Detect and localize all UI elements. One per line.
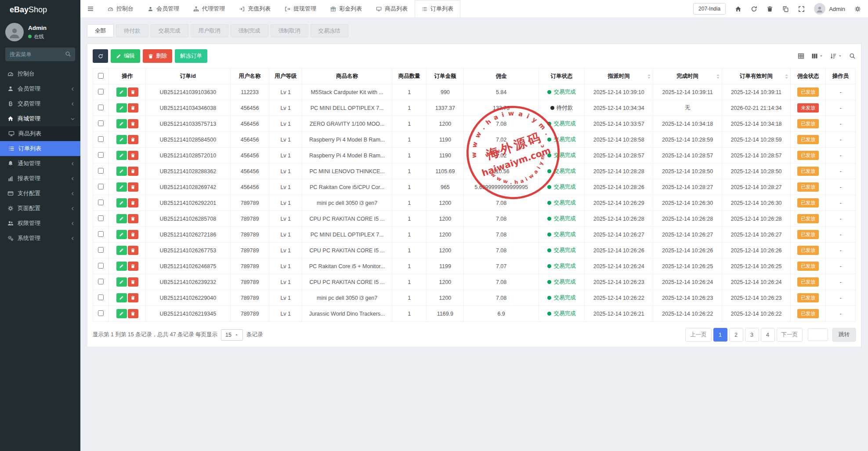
row-delete-button[interactable] [128, 262, 138, 271]
row-checkbox[interactable] [98, 136, 104, 142]
row-delete-button[interactable] [128, 182, 138, 192]
row-edit-button[interactable] [116, 167, 127, 176]
sidebar-item-1[interactable]: 会员管理 [0, 81, 80, 96]
region-button[interactable]: 207-India [693, 3, 726, 15]
row-edit-button[interactable] [116, 135, 127, 144]
row-edit-button[interactable] [116, 309, 127, 318]
topbar-tab-3[interactable]: 充值列表 [232, 0, 278, 18]
row-delete-button[interactable] [128, 246, 138, 255]
row-delete-button[interactable] [128, 119, 138, 128]
row-checkbox[interactable] [98, 105, 104, 110]
filter-tab-2[interactable]: 交易完成 [151, 24, 188, 37]
row-edit-button[interactable] [116, 87, 127, 97]
topbar-tab-4[interactable]: 提现管理 [278, 0, 323, 18]
row-delete-button[interactable] [128, 309, 138, 318]
sidebar-item-6[interactable]: 通知管理 [0, 156, 80, 171]
sidebar-item-10[interactable]: 权限管理 [0, 216, 80, 231]
row-delete-button[interactable] [128, 293, 138, 302]
columns-button[interactable] [811, 53, 823, 59]
select-all-checkbox[interactable] [98, 73, 104, 79]
row-checkbox[interactable] [98, 120, 104, 126]
col-assign-time[interactable]: 指派时间 [585, 69, 653, 84]
row-edit-button[interactable] [116, 119, 127, 128]
row-edit-button[interactable] [116, 182, 127, 192]
home-button[interactable] [735, 6, 741, 12]
row-checkbox[interactable] [98, 200, 104, 205]
sidebar-item-8[interactable]: 支付配置 [0, 186, 80, 201]
filter-tab-6[interactable]: 交易冻结 [311, 24, 348, 37]
filter-tab-5[interactable]: 强制取消 [271, 24, 308, 37]
topbar-tab-7[interactable]: 订单列表 [415, 0, 460, 18]
page-button-3[interactable]: 3 [745, 328, 759, 342]
row-edit-button[interactable] [116, 151, 127, 160]
sidebar-item-2[interactable]: 交易管理 [0, 96, 80, 111]
row-edit-button[interactable] [116, 103, 127, 113]
row-checkbox[interactable] [98, 89, 104, 95]
delete-button[interactable]: 删除 [143, 49, 172, 63]
sidebar-item-0[interactable]: 控制台 [0, 66, 80, 81]
row-delete-button[interactable] [128, 103, 138, 113]
per-page-select[interactable]: 15 [221, 329, 243, 341]
edit-button[interactable]: 编辑 [111, 49, 140, 63]
hamburger-button[interactable] [80, 0, 101, 18]
row-checkbox[interactable] [98, 263, 104, 269]
row-checkbox[interactable] [98, 231, 104, 237]
row-delete-button[interactable] [128, 277, 138, 287]
next-page-button[interactable]: 下一页 [777, 328, 803, 342]
sidebar-item-11[interactable]: 系统管理 [0, 231, 80, 246]
topbar-tab-1[interactable]: 会员管理 [141, 0, 186, 18]
page-button-4[interactable]: 4 [761, 328, 775, 342]
trash-button[interactable] [767, 6, 773, 12]
row-delete-button[interactable] [128, 198, 138, 207]
table-search-button[interactable] [849, 53, 856, 59]
row-edit-button[interactable] [116, 198, 127, 207]
prev-page-button[interactable]: 上一页 [685, 328, 712, 342]
row-delete-button[interactable] [128, 135, 138, 144]
sidebar-item-4[interactable]: 商品列表 [0, 126, 80, 141]
unfreeze-order-button[interactable]: 解冻订单 [175, 49, 207, 63]
fullscreen-button[interactable] [798, 6, 805, 12]
topbar-tab-2[interactable]: 代理管理 [186, 0, 232, 18]
row-checkbox[interactable] [98, 184, 104, 189]
row-checkbox[interactable] [98, 168, 104, 174]
row-checkbox[interactable] [98, 310, 104, 316]
filter-tab-0[interactable]: 全部 [87, 24, 114, 37]
sidebar-item-5[interactable]: 订单列表 [0, 141, 80, 156]
export-button[interactable] [830, 53, 842, 59]
sidebar-item-9[interactable]: 页面配置 [0, 201, 80, 216]
row-edit-button[interactable] [116, 214, 127, 223]
row-checkbox[interactable] [98, 279, 104, 284]
table-refresh-button[interactable] [93, 49, 108, 63]
row-delete-button[interactable] [128, 151, 138, 160]
filter-tab-1[interactable]: 待付款 [116, 24, 148, 37]
row-delete-button[interactable] [128, 87, 138, 97]
row-delete-button[interactable] [128, 214, 138, 223]
row-edit-button[interactable] [116, 293, 127, 302]
topbar-tab-6[interactable]: 商品列表 [369, 0, 415, 18]
filter-tab-3[interactable]: 用户取消 [191, 24, 228, 37]
row-delete-button[interactable] [128, 167, 138, 176]
copy-button[interactable] [782, 6, 789, 12]
toggle-view-button[interactable] [798, 53, 804, 59]
col-valid-time[interactable]: 订单有效时间 [722, 69, 790, 84]
page-button-1[interactable]: 1 [713, 328, 727, 342]
topbar-tab-5[interactable]: 彩金列表 [323, 0, 369, 18]
row-edit-button[interactable] [116, 277, 127, 287]
col-finish-time[interactable]: 完成时间 [653, 69, 722, 84]
row-edit-button[interactable] [116, 262, 127, 271]
row-checkbox[interactable] [98, 152, 104, 158]
topbar-tab-0[interactable]: 控制台 [101, 0, 141, 18]
row-checkbox[interactable] [98, 295, 104, 300]
row-edit-button[interactable] [116, 230, 127, 239]
sidebar-item-3[interactable]: 商城管理 [0, 111, 80, 126]
row-edit-button[interactable] [116, 246, 127, 255]
filter-tab-4[interactable]: 强制完成 [231, 24, 268, 37]
jump-button[interactable]: 跳转 [832, 328, 856, 342]
page-button-2[interactable]: 2 [729, 328, 743, 342]
jump-page-input[interactable] [808, 328, 828, 341]
row-checkbox[interactable] [98, 247, 104, 253]
settings-button[interactable] [854, 6, 861, 12]
refresh-button[interactable] [751, 6, 757, 12]
row-checkbox[interactable] [98, 215, 104, 221]
row-delete-button[interactable] [128, 230, 138, 239]
